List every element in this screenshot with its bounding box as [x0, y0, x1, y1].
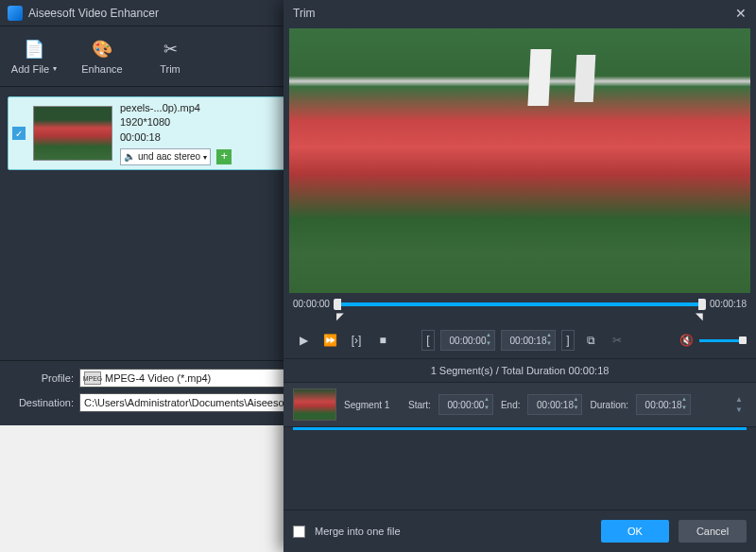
video-preview [289, 28, 750, 293]
set-in-button[interactable]: [ [421, 330, 435, 351]
segments-body [284, 430, 756, 509]
merge-checkbox[interactable] [293, 526, 305, 538]
segments-header: 1 Segment(s) / Total Duration 00:00:18 [284, 359, 756, 382]
timeline-track[interactable] [337, 302, 702, 306]
timeline[interactable]: 00:00:00 00:00:18 [284, 295, 756, 313]
in-time-up-icon[interactable]: ▲ [484, 332, 493, 340]
add-file-icon: 📄 [24, 39, 44, 60]
speaker-icon: 🔈 [124, 150, 135, 164]
move-up-icon[interactable]: ▲ [735, 395, 747, 404]
profile-value: MPEG-4 Video (*.mp4) [105, 372, 211, 384]
volume-icon[interactable]: 🔇 [679, 334, 694, 347]
destination-label: Destination: [8, 397, 74, 408]
file-name: pexels-...0p).mp4 [120, 101, 200, 115]
split-button[interactable]: ⧉ [580, 330, 601, 351]
trim-dialog: Trim ✕ 00:00:00 00:00:18 ◤ ◥ ▶ ⏩ [›] ■ [… [284, 0, 756, 552]
trim-button[interactable]: ✂ Trim [136, 26, 204, 86]
close-icon[interactable]: ✕ [735, 6, 747, 21]
segment-end-input[interactable]: 00:00:18 ▲▼ [527, 394, 582, 415]
seg-start-down-icon[interactable]: ▼ [482, 405, 491, 413]
segment-end-value: 00:00:18 [537, 400, 574, 410]
chevron-down-icon: ▾ [203, 152, 207, 163]
fast-forward-button[interactable]: ⏩ [319, 330, 340, 351]
segment-row[interactable]: Segment 1 Start: 00:00:00 ▲▼ End: 00:00:… [284, 382, 756, 427]
format-icon: MPEG [84, 371, 101, 385]
out-time-up-icon[interactable]: ▲ [544, 332, 554, 340]
seg-end-down-icon[interactable]: ▼ [571, 405, 580, 413]
in-time-input[interactable]: 00:00:00 ▲▼ [440, 330, 495, 351]
trim-footer: Merge into one file OK Cancel [284, 509, 756, 552]
app-logo-icon [8, 6, 23, 21]
seg-dur-down-icon[interactable]: ▼ [679, 405, 689, 413]
timeline-markers: ◤ ◥ [340, 313, 699, 322]
cancel-label: Cancel [696, 526, 729, 537]
out-time-value: 00:00:18 [510, 336, 547, 346]
file-thumbnail [33, 106, 112, 161]
volume-control: 🔇 [679, 334, 747, 347]
set-out-button[interactable]: ] [561, 330, 575, 351]
segment-end-label: End: [501, 400, 521, 410]
trim-header: Trim ✕ [284, 0, 756, 26]
segment-duration-label: Duration: [590, 400, 628, 410]
move-down-icon[interactable]: ▼ [735, 405, 747, 414]
seg-end-up-icon[interactable]: ▲ [571, 396, 580, 405]
seg-start-up-icon[interactable]: ▲ [482, 396, 491, 405]
file-checkbox[interactable]: ✓ [12, 127, 26, 140]
segment-thumbnail [293, 388, 336, 421]
segment-name: Segment 1 [344, 400, 401, 410]
ok-button[interactable]: OK [601, 520, 669, 543]
cut-button[interactable]: ✂ [607, 330, 627, 351]
out-time-input[interactable]: 00:00:18 ▲▼ [501, 330, 556, 351]
out-time-down-icon[interactable]: ▼ [544, 340, 554, 349]
segment-start-input[interactable]: 00:00:00 ▲▼ [438, 394, 493, 415]
segment-duration-input[interactable]: 00:00:18 ▲▼ [636, 394, 691, 415]
segment-start-value: 00:00:00 [447, 400, 484, 410]
seg-dur-up-icon[interactable]: ▲ [679, 396, 689, 405]
out-marker-icon[interactable]: ◥ [696, 311, 703, 321]
add-file-button[interactable]: 📄 Add File▾ [0, 26, 68, 86]
in-time-down-icon[interactable]: ▼ [484, 340, 493, 349]
in-marker-icon[interactable]: ◤ [336, 311, 344, 321]
audio-track-label: und aac stereo [138, 150, 200, 164]
merge-label: Merge into one file [315, 526, 401, 537]
play-button[interactable]: ▶ [293, 330, 314, 351]
segment-start-label: Start: [408, 400, 431, 410]
enhance-button[interactable]: 🎨 Enhance [68, 26, 136, 86]
timeline-start-time: 00:00:00 [293, 299, 330, 309]
timeline-end-time: 00:00:18 [710, 299, 747, 309]
in-time-value: 00:00:00 [450, 336, 487, 346]
trim-label: Trim [160, 63, 180, 75]
stop-button[interactable]: ■ [372, 330, 393, 351]
app-title: Aiseesoft Video Enhancer [28, 7, 159, 20]
add-audio-button[interactable]: + [216, 149, 232, 164]
segment-reorder: ▲ ▼ [735, 395, 747, 414]
add-file-label: Add File [11, 63, 49, 75]
playback-controls: ▶ ⏩ [›] ■ [ 00:00:00 ▲▼ 00:00:18 ▲▼ ] ⧉ … [284, 322, 756, 359]
ok-label: OK [627, 526, 643, 537]
audio-track-select[interactable]: 🔈 und aac stereo ▾ [120, 148, 211, 165]
next-frame-button[interactable]: [›] [346, 330, 367, 351]
profile-label: Profile: [8, 372, 74, 384]
chevron-down-icon: ▾ [53, 64, 57, 73]
enhance-icon: 🎨 [92, 39, 112, 60]
enhance-label: Enhance [81, 63, 122, 75]
segment-duration-value: 00:00:18 [645, 400, 682, 410]
trim-title: Trim [293, 7, 316, 20]
cancel-button[interactable]: Cancel [679, 520, 747, 543]
trim-icon: ✂ [163, 39, 178, 60]
volume-slider[interactable] [699, 339, 747, 342]
